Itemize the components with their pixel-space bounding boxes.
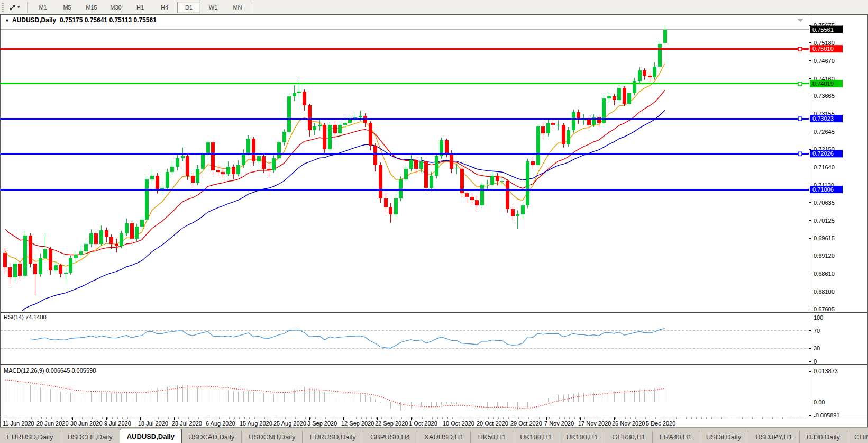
- candle-body: [373, 146, 377, 165]
- candle-body: [170, 167, 174, 172]
- candle-body: [277, 142, 281, 158]
- candle-body: [145, 179, 149, 220]
- time-axis-date-label: 30 Jun 2020: [70, 420, 103, 427]
- chart-window: ▼AUDUSD,Daily 0.75175 0.75641 0.75113 0.…: [0, 14, 868, 428]
- chart-tab-xauusd-h1[interactable]: XAUUSD,H1: [417, 431, 471, 443]
- chart-tab-usdchf-daily[interactable]: USDCHF,Daily: [60, 431, 120, 443]
- chart-tab-usdcnh-daily[interactable]: USDCNH,Daily: [242, 431, 303, 443]
- time-axis-date-label: 11 Jun 2020: [3, 420, 34, 427]
- candle-body: [150, 176, 154, 179]
- cursor-tool-icon: [9, 4, 16, 11]
- candle-body: [363, 116, 367, 123]
- timeframe-button-h4[interactable]: H4: [153, 2, 176, 13]
- time-axis-date-label: 3 Sep 2020: [307, 420, 337, 427]
- time-axis-date-label: 6 Aug 2020: [206, 420, 235, 427]
- rsi-axis-label: 30: [814, 345, 820, 351]
- timeframe-button-m5[interactable]: M5: [56, 2, 79, 13]
- price-axis[interactable]: 0.756750.751800.746700.741600.736650.731…: [809, 15, 843, 311]
- chart-tab-uk100-h1[interactable]: UK100,H1: [559, 431, 605, 443]
- candle-body: [617, 88, 621, 100]
- candle-body: [176, 158, 179, 167]
- candle-body: [511, 209, 515, 216]
- chart-tab-uk100-h1[interactable]: UK100,H1: [513, 431, 559, 443]
- chart-tab-fra40-h1[interactable]: FRA40,H1: [653, 431, 699, 443]
- price-chart-canvas[interactable]: 0.756750.751800.746700.741600.736650.731…: [1, 15, 867, 311]
- candle-body: [562, 125, 565, 144]
- timeframe-button-m30[interactable]: M30: [104, 2, 127, 13]
- candle-body: [43, 249, 47, 258]
- chart-tab-usoil-daily[interactable]: USOil,Daily: [699, 431, 748, 443]
- price-badge-label: 0.75010: [812, 46, 834, 52]
- chart-tab-usdcad-daily[interactable]: USDCAD,Daily: [181, 431, 242, 443]
- candle-body: [293, 93, 296, 97]
- candle-body: [404, 169, 408, 179]
- hline-handle[interactable]: [798, 152, 802, 156]
- chart-tab-dj30-daily[interactable]: DJ30,Daily: [800, 431, 847, 443]
- candle-body: [531, 161, 535, 165]
- timeframe-button-d1[interactable]: D1: [177, 2, 200, 13]
- candle-body: [496, 176, 499, 181]
- chart-tab-hk50-h1[interactable]: HK50,H1: [471, 431, 513, 443]
- candle-body: [384, 198, 388, 207]
- candle-body: [125, 223, 129, 234]
- candle-body: [69, 258, 72, 273]
- candle-body: [318, 125, 322, 126]
- price-axis-tick-label: 0.74670: [814, 58, 835, 64]
- chart-tab-bar: EURUSD,DailyUSDCHF,DailyAUDUSD,DailyUSDC…: [0, 427, 868, 443]
- timeframe-button-h1[interactable]: H1: [129, 2, 152, 13]
- macd-chart-canvas[interactable]: 0.0138730.00-0.005891: [1, 366, 867, 417]
- time-axis[interactable]: 11 Jun 202020 Jun 202030 Jun 20209 Jul 2…: [1, 417, 867, 428]
- toolbar-separator-right: [253, 2, 253, 13]
- hline-handle[interactable]: [798, 47, 802, 51]
- cursor-tool-button[interactable]: ▾: [7, 3, 22, 12]
- chart-tab-eurusd-daily[interactable]: EURUSD,Daily: [303, 431, 363, 443]
- candle-body: [475, 200, 479, 205]
- candle-body: [663, 30, 667, 43]
- hline-handle[interactable]: [798, 117, 802, 121]
- candle-body: [8, 267, 12, 278]
- candle-body: [13, 264, 17, 278]
- timeframe-button-w1[interactable]: W1: [202, 2, 225, 13]
- cursor-tool-dropdown-icon[interactable]: ▾: [17, 5, 20, 10]
- ma-line-20[interactable]: [5, 90, 665, 255]
- candle-body: [582, 120, 586, 120]
- candle-body: [338, 125, 342, 134]
- candle-body: [246, 139, 250, 153]
- toolbar-grip[interactable]: [2, 3, 4, 12]
- price-axis-tick-label: 0.75180: [814, 40, 835, 46]
- candle-body: [287, 96, 291, 131]
- candle-body: [465, 193, 469, 197]
- chart-tab-gbpusd-h4[interactable]: GBPUSD,H4: [363, 431, 417, 443]
- candle-body: [546, 123, 550, 133]
- candle-body: [33, 264, 37, 274]
- chart-tab-usdjpy-h1[interactable]: USDJPY,H1: [748, 431, 800, 443]
- candle-body: [500, 181, 504, 182]
- ma-line-35[interactable]: [5, 111, 665, 311]
- candle-body: [226, 167, 230, 174]
- chart-tab-ger30-h1[interactable]: GER30,H1: [605, 431, 653, 443]
- timeframe-toolbar: ▾ M1M5M15M30H1H4D1W1MN: [0, 0, 868, 15]
- time-axis-date-label: 18 Jul 2020: [138, 420, 168, 427]
- chart-tab-eurusd-daily[interactable]: EURUSD,Daily: [0, 431, 60, 443]
- time-axis-date-label: 1 Oct 2020: [409, 420, 437, 427]
- macd-axis-label: -0.005891: [814, 412, 840, 417]
- candle-body: [541, 126, 545, 133]
- rsi-panel: RSI(14) 74.1480 10070300: [1, 313, 867, 364]
- timeframe-button-m1[interactable]: M1: [31, 2, 54, 13]
- candle-body: [272, 158, 276, 170]
- chart-tab-china300-h1[interactable]: CHINA300,H1: [847, 431, 868, 443]
- chart-tab-audusd-daily[interactable]: AUDUSD,Daily: [120, 429, 182, 443]
- candle-body: [232, 167, 235, 174]
- rsi-chart-canvas[interactable]: 10070300: [1, 313, 867, 364]
- macd-histogram-layer: [5, 380, 665, 410]
- price-axis-tick-label: 0.69120: [814, 252, 835, 259]
- candle-body: [99, 230, 103, 245]
- time-axis-date-label: 28 Jul 2020: [172, 420, 202, 427]
- hline-handle[interactable]: [798, 82, 802, 86]
- timeframe-button-m15[interactable]: M15: [80, 2, 103, 13]
- candle-body: [424, 161, 428, 188]
- time-axis-date-label: 5 Dec 2020: [646, 420, 675, 427]
- chart-shift-marker-icon[interactable]: [797, 19, 803, 22]
- timeframe-button-mn[interactable]: MN: [226, 2, 249, 13]
- ma-line-8[interactable]: [5, 64, 665, 266]
